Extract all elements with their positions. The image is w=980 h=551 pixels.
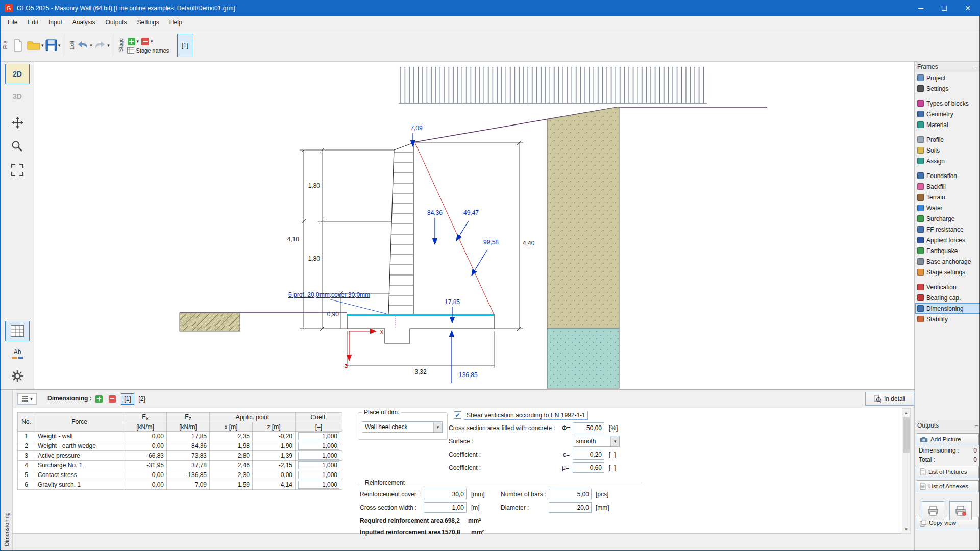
stage-1-button[interactable]: [1] — [177, 34, 192, 57]
maximize-icon[interactable]: ☐ — [933, 1, 956, 16]
list-of-annexes-button[interactable]: List of Annexes — [917, 480, 979, 492]
close-icon[interactable]: ✕ — [956, 1, 979, 16]
annotation-button[interactable]: Ab — [5, 343, 30, 364]
redo-button[interactable]: ▾ — [93, 35, 111, 56]
dimensioning-stage-2[interactable]: [2] — [135, 393, 149, 405]
frame-item-base-anchorage[interactable]: Base anchorage — [915, 256, 980, 267]
frame-item-foundation[interactable]: Foundation — [915, 170, 980, 181]
coeff-cell[interactable]: 1,000 — [298, 452, 339, 460]
table-row[interactable]: 5Contact stress0,00-136,852,300,001,000 — [18, 470, 342, 480]
table-view-button[interactable] — [5, 321, 30, 341]
print-settings-button[interactable] — [949, 501, 972, 520]
diameter-input[interactable] — [549, 502, 592, 513]
frame-item-earthquake[interactable]: Earthquake — [915, 245, 980, 256]
frame-item-water[interactable]: Water — [915, 203, 980, 213]
frame-item-assign[interactable]: Assign — [915, 156, 980, 166]
frame-item-verification[interactable]: Verification — [915, 282, 980, 292]
frame-item-profile[interactable]: Profile — [915, 134, 980, 145]
reinforcement-cover-input[interactable] — [424, 489, 467, 499]
pan-button[interactable] — [5, 113, 30, 133]
frame-item-project[interactable]: Project — [915, 72, 980, 83]
new-file-button[interactable] — [9, 35, 27, 56]
coeff-cell[interactable]: 1,000 — [298, 481, 339, 489]
c-input[interactable] — [573, 449, 604, 460]
in-detail-button[interactable]: In detail — [865, 392, 914, 406]
table-row[interactable]: 4Surcharge No. 1-31,9537,782,46-2,151,00… — [18, 461, 342, 470]
scrollbar-thumb[interactable] — [903, 417, 910, 453]
frame-item-applied-forces[interactable]: Applied forces — [915, 235, 980, 245]
stage-names-button[interactable]: Stage names — [127, 47, 169, 54]
add-stage-dropdown-icon[interactable]: ▾ — [137, 39, 139, 44]
view-3d-button[interactable]: 3D — [5, 86, 30, 107]
outputs-minimize-icon[interactable]: ─ — [975, 423, 978, 429]
coeff-cell[interactable]: 1,000 — [298, 432, 339, 440]
frame-item-bearing-cap[interactable]: Bearing cap. — [915, 292, 980, 303]
options-button[interactable] — [5, 366, 30, 386]
coeff-cell[interactable]: 1,000 — [298, 471, 339, 479]
scroll-down-icon[interactable]: ▼ — [902, 525, 910, 533]
stage-tab-label[interactable]: Stage — [118, 38, 124, 52]
menu-file[interactable]: File — [3, 17, 22, 28]
frames-minimize-icon[interactable]: ─ — [974, 64, 978, 70]
frame-item-settings[interactable]: Settings — [915, 83, 980, 94]
dimensioning-tab[interactable]: Dimensioning — [1, 390, 13, 551]
number-of-bars-input[interactable] — [549, 489, 592, 499]
frame-item-material[interactable]: Material — [915, 119, 980, 130]
frame-item-types-of-blocks[interactable]: Types of blocks — [915, 98, 980, 109]
remove-stage-button[interactable]: ▾ — [141, 37, 153, 46]
cross-section-width-input[interactable] — [424, 502, 467, 513]
add-stage-button[interactable]: ▾ — [127, 37, 139, 46]
save-dropdown-icon[interactable]: ▾ — [58, 43, 61, 48]
fit-view-button[interactable] — [5, 160, 30, 180]
add-dimensioning-button[interactable] — [93, 393, 105, 405]
drawing-canvas[interactable]: 4,10 1,80 1,80 0,90 4,40 3,32 7,09 84,36… — [34, 62, 914, 389]
open-dropdown-icon[interactable]: ▾ — [41, 43, 44, 48]
surface-select[interactable]: smooth ▾ — [573, 436, 620, 447]
menu-outputs[interactable]: Outputs — [100, 17, 132, 28]
remove-dimensioning-button[interactable] — [107, 393, 118, 405]
list-of-pictures-button[interactable]: List of Pictures — [917, 466, 979, 478]
table-row[interactable]: 1Weight - wall0,0017,852,35-0,201,000 — [18, 432, 342, 441]
vertical-scrollbar[interactable]: ▲ ▼ — [902, 408, 911, 534]
open-file-button[interactable]: ▾ — [27, 35, 44, 56]
forces-table[interactable]: No. Force Fx Fz Applic. point Coeff. [kN… — [17, 412, 342, 490]
frame-item-terrain[interactable]: Terrain — [915, 192, 980, 203]
coeff-cell[interactable]: 1,000 — [298, 442, 339, 450]
frame-item-backfill[interactable]: Backfill — [915, 181, 980, 192]
dimensioning-stage-1[interactable]: [1] — [121, 393, 134, 405]
coeff-cell[interactable]: 1,000 — [298, 461, 339, 469]
drawing-area[interactable]: 4,10 1,80 1,80 0,90 4,40 3,32 7,09 84,36… — [34, 62, 914, 389]
menu-settings[interactable]: Settings — [132, 17, 164, 28]
frame-item-surcharge[interactable]: Surcharge — [915, 213, 980, 224]
mu-input[interactable] — [573, 462, 604, 473]
table-row[interactable]: 6Gravity surch. 10,007,091,59-4,141,000 — [18, 480, 342, 490]
save-file-button[interactable]: ▾ — [44, 35, 62, 56]
minimize-icon[interactable]: ─ — [909, 1, 933, 16]
table-row[interactable]: 2Weight - earth wedge0,0084,361,98-1,901… — [18, 441, 342, 451]
view-mode-button[interactable]: ▾ — [17, 393, 37, 405]
redo-dropdown-icon[interactable]: ▾ — [107, 43, 110, 48]
menu-help[interactable]: Help — [164, 17, 187, 28]
add-picture-button[interactable]: Add Picture — [917, 433, 979, 445]
menu-analysis[interactable]: Analysis — [67, 17, 101, 28]
table-row[interactable]: 3Active pressure-66,8373,832,80-1,391,00… — [18, 451, 342, 461]
frame-item-stability[interactable]: Stability — [915, 314, 980, 324]
frame-item-soils[interactable]: Soils — [915, 145, 980, 156]
frame-item-stage-settings[interactable]: Stage settings — [915, 267, 980, 278]
view-2d-button[interactable]: 2D — [5, 64, 30, 84]
remove-stage-dropdown-icon[interactable]: ▾ — [151, 39, 153, 44]
undo-dropdown-icon[interactable]: ▾ — [90, 43, 92, 48]
zoom-button[interactable] — [5, 136, 30, 157]
phi-input[interactable] — [573, 422, 604, 433]
frame-item-geometry[interactable]: Geometry — [915, 109, 980, 119]
scroll-up-icon[interactable]: ▲ — [902, 409, 910, 417]
frame-item-ff-resistance[interactable]: FF resistance — [915, 224, 980, 235]
menu-input[interactable]: Input — [43, 17, 67, 28]
shear-verification-checkbox[interactable]: ✔ — [454, 411, 461, 419]
print-button[interactable] — [922, 501, 944, 520]
menu-edit[interactable]: Edit — [22, 17, 43, 28]
edit-tab-label[interactable]: Edit — [69, 41, 75, 49]
place-of-dim-select[interactable]: Wall heel check ▾ — [362, 421, 443, 433]
frame-item-dimensioning[interactable]: Dimensioning — [915, 303, 980, 314]
undo-button[interactable]: ▾ — [76, 35, 93, 56]
